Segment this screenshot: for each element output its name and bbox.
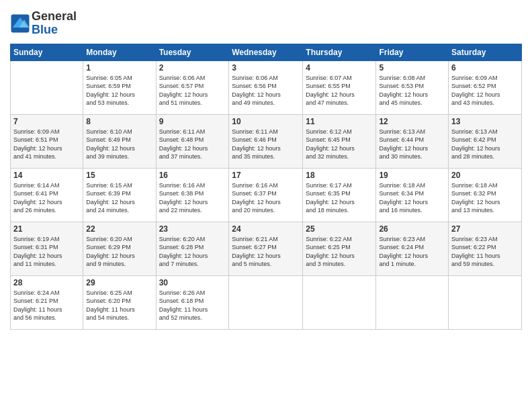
- day-number: 9: [159, 117, 226, 126]
- day-number: 30: [159, 278, 226, 287]
- calendar-page: General Blue SundayMondayTuesdayWednesda…: [0, 0, 532, 411]
- day-cell: 1Sunrise: 6:05 AM Sunset: 6:59 PM Daylig…: [83, 60, 156, 114]
- day-cell: [11, 60, 83, 114]
- day-header-sunday: Sunday: [11, 44, 83, 60]
- day-info: Sunrise: 6:18 AM Sunset: 6:32 PM Dayligh…: [451, 181, 519, 215]
- calendar-body: 1Sunrise: 6:05 AM Sunset: 6:59 PM Daylig…: [11, 60, 522, 329]
- day-number: 27: [451, 224, 519, 234]
- day-number: 4: [306, 63, 373, 73]
- day-number: 14: [13, 171, 80, 180]
- day-cell: [449, 275, 522, 329]
- day-number: 6: [451, 63, 519, 73]
- day-cell: 12Sunrise: 6:13 AM Sunset: 6:44 PM Dayli…: [376, 114, 449, 168]
- day-info: Sunrise: 6:19 AM Sunset: 6:31 PM Dayligh…: [13, 235, 80, 269]
- day-info: Sunrise: 6:23 AM Sunset: 6:24 PM Dayligh…: [379, 235, 445, 269]
- day-cell: 4Sunrise: 6:07 AM Sunset: 6:55 PM Daylig…: [303, 60, 376, 114]
- day-info: Sunrise: 6:10 AM Sunset: 6:49 PM Dayligh…: [86, 128, 152, 161]
- day-info: Sunrise: 6:21 AM Sunset: 6:27 PM Dayligh…: [232, 235, 300, 269]
- day-number: 16: [159, 171, 226, 180]
- day-number: 25: [306, 224, 373, 234]
- day-info: Sunrise: 6:22 AM Sunset: 6:25 PM Dayligh…: [306, 235, 373, 269]
- day-number: 1: [86, 63, 152, 73]
- day-cell: 10Sunrise: 6:11 AM Sunset: 6:46 PM Dayli…: [229, 114, 303, 168]
- day-info: Sunrise: 6:07 AM Sunset: 6:55 PM Dayligh…: [306, 74, 373, 107]
- day-info: Sunrise: 6:09 AM Sunset: 6:51 PM Dayligh…: [13, 128, 80, 161]
- day-number: 26: [379, 224, 445, 234]
- day-cell: 21Sunrise: 6:19 AM Sunset: 6:31 PM Dayli…: [11, 222, 83, 275]
- day-cell: 15Sunrise: 6:15 AM Sunset: 6:39 PM Dayli…: [83, 168, 156, 222]
- day-cell: 29Sunrise: 6:25 AM Sunset: 6:20 PM Dayli…: [83, 275, 156, 329]
- day-cell: 22Sunrise: 6:20 AM Sunset: 6:29 PM Dayli…: [83, 222, 156, 275]
- day-info: Sunrise: 6:16 AM Sunset: 6:37 PM Dayligh…: [232, 181, 300, 215]
- day-info: Sunrise: 6:05 AM Sunset: 6:59 PM Dayligh…: [86, 74, 152, 107]
- day-number: 24: [232, 224, 300, 234]
- day-number: 19: [379, 171, 445, 180]
- day-cell: 8Sunrise: 6:10 AM Sunset: 6:49 PM Daylig…: [83, 114, 156, 168]
- day-number: 11: [306, 117, 373, 126]
- day-info: Sunrise: 6:14 AM Sunset: 6:41 PM Dayligh…: [13, 181, 80, 215]
- day-header-friday: Friday: [376, 44, 449, 60]
- day-cell: 27Sunrise: 6:23 AM Sunset: 6:22 PM Dayli…: [449, 222, 522, 275]
- day-info: Sunrise: 6:11 AM Sunset: 6:46 PM Dayligh…: [232, 128, 300, 161]
- day-cell: 6Sunrise: 6:09 AM Sunset: 6:52 PM Daylig…: [449, 60, 522, 114]
- calendar-table: SundayMondayTuesdayWednesdayThursdayFrid…: [10, 44, 522, 330]
- day-cell: 13Sunrise: 6:13 AM Sunset: 6:42 PM Dayli…: [449, 114, 522, 168]
- day-info: Sunrise: 6:20 AM Sunset: 6:28 PM Dayligh…: [159, 235, 226, 269]
- day-header-monday: Monday: [83, 44, 156, 60]
- day-cell: 30Sunrise: 6:26 AM Sunset: 6:18 PM Dayli…: [156, 275, 229, 329]
- day-cell: [303, 275, 376, 329]
- day-info: Sunrise: 6:09 AM Sunset: 6:52 PM Dayligh…: [451, 74, 519, 107]
- day-header-tuesday: Tuesday: [156, 44, 229, 60]
- week-row-5: 28Sunrise: 6:24 AM Sunset: 6:21 PM Dayli…: [11, 275, 522, 329]
- day-number: 22: [86, 224, 152, 234]
- day-cell: 7Sunrise: 6:09 AM Sunset: 6:51 PM Daylig…: [11, 114, 83, 168]
- day-info: Sunrise: 6:16 AM Sunset: 6:38 PM Dayligh…: [159, 181, 226, 215]
- day-info: Sunrise: 6:17 AM Sunset: 6:35 PM Dayligh…: [306, 181, 373, 215]
- day-info: Sunrise: 6:20 AM Sunset: 6:29 PM Dayligh…: [86, 235, 152, 269]
- logo: General Blue: [10, 10, 77, 37]
- header: General Blue: [10, 10, 522, 37]
- day-number: 28: [13, 278, 80, 287]
- day-info: Sunrise: 6:23 AM Sunset: 6:22 PM Dayligh…: [451, 235, 519, 269]
- day-number: 10: [232, 117, 300, 126]
- day-cell: 24Sunrise: 6:21 AM Sunset: 6:27 PM Dayli…: [229, 222, 303, 275]
- day-info: Sunrise: 6:08 AM Sunset: 6:53 PM Dayligh…: [379, 74, 445, 107]
- day-cell: 11Sunrise: 6:12 AM Sunset: 6:45 PM Dayli…: [303, 114, 376, 168]
- day-number: 15: [86, 171, 152, 180]
- day-cell: 16Sunrise: 6:16 AM Sunset: 6:38 PM Dayli…: [156, 168, 229, 222]
- day-info: Sunrise: 6:06 AM Sunset: 6:57 PM Dayligh…: [159, 74, 226, 107]
- day-number: 13: [451, 117, 519, 126]
- day-info: Sunrise: 6:13 AM Sunset: 6:44 PM Dayligh…: [379, 128, 445, 161]
- day-cell: 17Sunrise: 6:16 AM Sunset: 6:37 PM Dayli…: [229, 168, 303, 222]
- day-info: Sunrise: 6:24 AM Sunset: 6:21 PM Dayligh…: [13, 289, 80, 322]
- day-number: 2: [159, 63, 226, 73]
- day-cell: 9Sunrise: 6:11 AM Sunset: 6:48 PM Daylig…: [156, 114, 229, 168]
- day-cell: 26Sunrise: 6:23 AM Sunset: 6:24 PM Dayli…: [376, 222, 449, 275]
- day-cell: 14Sunrise: 6:14 AM Sunset: 6:41 PM Dayli…: [11, 168, 83, 222]
- day-cell: 19Sunrise: 6:18 AM Sunset: 6:34 PM Dayli…: [376, 168, 449, 222]
- day-number: 5: [379, 63, 445, 73]
- day-info: Sunrise: 6:26 AM Sunset: 6:18 PM Dayligh…: [159, 289, 226, 322]
- day-number: 18: [306, 171, 373, 180]
- day-info: Sunrise: 6:11 AM Sunset: 6:48 PM Dayligh…: [159, 128, 226, 161]
- week-row-3: 14Sunrise: 6:14 AM Sunset: 6:41 PM Dayli…: [11, 168, 522, 222]
- day-cell: 28Sunrise: 6:24 AM Sunset: 6:21 PM Dayli…: [11, 275, 83, 329]
- day-info: Sunrise: 6:12 AM Sunset: 6:45 PM Dayligh…: [306, 128, 373, 161]
- day-number: 8: [86, 117, 152, 126]
- days-header-row: SundayMondayTuesdayWednesdayThursdayFrid…: [11, 44, 522, 60]
- week-row-4: 21Sunrise: 6:19 AM Sunset: 6:31 PM Dayli…: [11, 222, 522, 275]
- day-cell: 20Sunrise: 6:18 AM Sunset: 6:32 PM Dayli…: [449, 168, 522, 222]
- day-cell: 23Sunrise: 6:20 AM Sunset: 6:28 PM Dayli…: [156, 222, 229, 275]
- logo-icon: [10, 13, 30, 34]
- day-number: 29: [86, 278, 152, 287]
- day-info: Sunrise: 6:18 AM Sunset: 6:34 PM Dayligh…: [379, 181, 445, 215]
- day-info: Sunrise: 6:15 AM Sunset: 6:39 PM Dayligh…: [86, 181, 152, 215]
- day-info: Sunrise: 6:06 AM Sunset: 6:56 PM Dayligh…: [232, 74, 300, 107]
- day-cell: 5Sunrise: 6:08 AM Sunset: 6:53 PM Daylig…: [376, 60, 449, 114]
- week-row-1: 1Sunrise: 6:05 AM Sunset: 6:59 PM Daylig…: [11, 60, 522, 114]
- day-cell: [229, 275, 303, 329]
- day-number: 12: [379, 117, 445, 126]
- day-number: 23: [159, 224, 226, 234]
- day-cell: [376, 275, 449, 329]
- day-cell: 18Sunrise: 6:17 AM Sunset: 6:35 PM Dayli…: [303, 168, 376, 222]
